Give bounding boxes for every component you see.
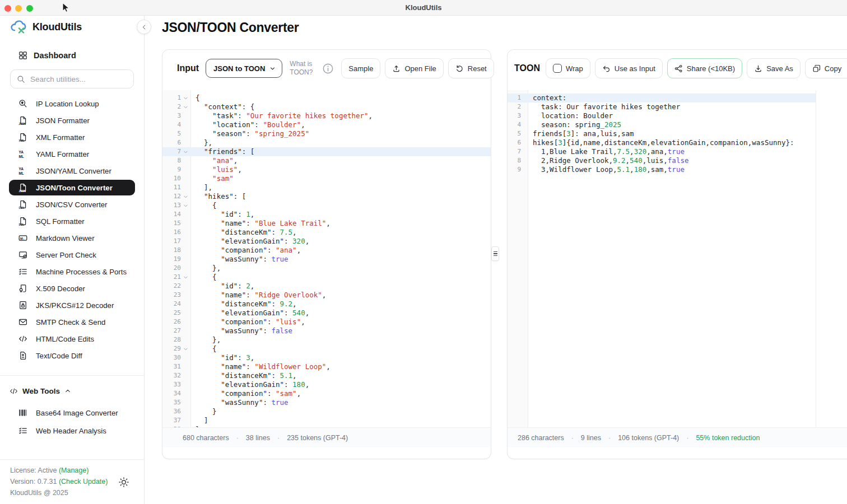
web-tools-toggle[interactable]: Web Tools — [9, 383, 135, 399]
editor-line: 25 "elevationGain": 540, — [162, 309, 491, 318]
sidebar-item-html-code-edits[interactable]: HTML/Code Edits — [9, 331, 135, 347]
editor-line: 28 }, — [162, 335, 491, 344]
editor-line: 18 "companion": "ana", — [162, 246, 491, 255]
search-icon — [17, 75, 25, 83]
code-text: } — [190, 407, 217, 416]
sidebar-item-markdown-viewer[interactable]: M↓Markdown Viewer — [9, 230, 135, 246]
editor-line: 13 { — [162, 201, 491, 210]
code-text: "distanceKm": 9.2, — [190, 300, 297, 309]
line-number: 7 — [162, 147, 181, 156]
save-as-button[interactable]: Save As — [747, 58, 801, 78]
wrap-toggle[interactable]: Wrap — [546, 58, 590, 78]
barcode-icon — [18, 408, 27, 417]
conversion-mode-select[interactable]: JSON to TOON — [206, 59, 282, 78]
license-line: License: Active (Manage) — [10, 465, 134, 476]
code-text: { — [190, 273, 217, 282]
editor-line: 31 "name": "Wildflower Loop", — [162, 362, 491, 371]
code-text: "location": "Boulder", — [190, 120, 305, 129]
sidebar-item-web-header-analysis[interactable]: Web Header Analysis — [9, 422, 135, 440]
ip-search-icon — [18, 99, 27, 108]
manage-link[interactable]: (Manage) — [59, 466, 89, 474]
sidebar-item-machine-processes-ports[interactable]: Machine Processes & Ports — [9, 264, 135, 279]
editor-line: 35 "wasSunny": true — [162, 398, 491, 407]
sample-button[interactable]: Sample — [341, 58, 380, 78]
code-text: "name": "Ridge Overlook", — [190, 291, 326, 300]
sidebar-divider — [0, 375, 144, 376]
open-file-button[interactable]: Open File — [385, 58, 443, 78]
share-button[interactable]: Share (<10KB) — [667, 58, 742, 78]
sidebar-item-dashboard[interactable]: Dashboard — [9, 48, 135, 63]
sidebar-item-x-509-decoder[interactable]: X.509 Decoder — [9, 281, 135, 296]
svg-text:ML: ML — [19, 171, 24, 175]
window-title: KloudUtils — [0, 0, 847, 16]
fold-chevron-icon[interactable] — [181, 275, 190, 280]
fold-chevron-icon[interactable] — [181, 194, 190, 199]
line-number: 23 — [162, 291, 181, 300]
svg-text:JSON: JSON — [19, 190, 26, 192]
code-text: friends[3]: ana,luis,sam — [528, 129, 634, 138]
sidebar-item-label: Web Header Analysis — [36, 427, 106, 435]
fold-chevron-icon[interactable] — [181, 105, 190, 110]
editor-line: 8 "ana", — [162, 156, 491, 165]
sidebar-item-smtp-check-send[interactable]: SMTP Check & Send — [9, 314, 135, 330]
theme-toggle-button[interactable] — [118, 477, 131, 489]
line-number: 15 — [162, 219, 181, 228]
line-number: 1 — [162, 94, 181, 102]
line-number: 34 — [162, 389, 181, 398]
editor-line: 32 "distanceKm": 5.1, — [162, 371, 491, 380]
line-number: 9 — [508, 165, 521, 174]
copy-button[interactable]: Copy — [805, 58, 847, 78]
editor-line: 37 ] — [162, 416, 491, 425]
fold-chevron-icon[interactable] — [181, 150, 190, 155]
sidebar-item-json-formatter[interactable]: JSONJSON Formatter — [9, 113, 135, 128]
search-input[interactable] — [30, 75, 129, 83]
sidebar-item-xml-formatter[interactable]: XMLXML Formatter — [9, 129, 135, 145]
line-number: 5 — [162, 129, 181, 138]
sidebar-item-ip-location-lookup[interactable]: IP Location Lookup — [9, 96, 135, 111]
editor-line: 33 "elevationGain": 180, — [162, 380, 491, 389]
separator-dot: · — [277, 434, 280, 442]
line-number: 10 — [162, 174, 181, 183]
use-as-input-label: Use as Input — [615, 64, 655, 73]
editor-line: 36 } — [162, 407, 491, 416]
use-as-input-button[interactable]: Use as Input — [595, 58, 663, 78]
wrap-checkbox[interactable] — [553, 64, 562, 73]
sidebar-item-yaml-formatter[interactable]: YAMLYAML Formatter — [9, 146, 135, 162]
line-number: 4 — [508, 120, 521, 129]
panel-resize-handle[interactable] — [491, 246, 499, 261]
sidebar-item-label: Server Port Check — [36, 251, 96, 259]
page-title: JSON/TOON Converter — [162, 20, 299, 35]
editor-line: 34 "companion": "sam", — [162, 389, 491, 398]
editor-line: 17 "elevationGain": 320, — [162, 237, 491, 246]
sidebar-item-jks-pkcs-12-decoder[interactable]: JKS/PKCS#12 Decoder — [9, 297, 135, 313]
yaml-icon: YAML — [18, 166, 27, 175]
sidebar-item-json-csv-converter[interactable]: CSVJSON/CSV Converter — [9, 197, 135, 212]
line-number: 29 — [162, 344, 181, 353]
sidebar-item-server-port-check[interactable]: Server Port Check — [9, 247, 135, 263]
undo-arrow-icon — [602, 64, 611, 73]
line-number: 16 — [162, 228, 181, 237]
json-input-editor[interactable]: 1{2 "context": {3 "task": "Our favorite … — [162, 90, 491, 427]
info-icon[interactable] — [322, 63, 334, 74]
sidebar-item-base64-image-converter[interactable]: Base64 Image Converter — [9, 404, 135, 422]
fold-chevron-icon[interactable] — [181, 203, 190, 208]
sidebar-item-json-yaml-converter[interactable]: YAMLJSON/YAML Converter — [9, 163, 135, 179]
sidebar-item-text-code-diff[interactable]: Text/Code Diff — [9, 348, 135, 363]
brand-name: KloudUtils — [32, 21, 82, 33]
check-update-link[interactable]: (Check Update) — [59, 478, 108, 486]
editor-line: 2 task: Our favorite hikes together — [508, 102, 816, 111]
toon-output-editor[interactable]: 1context:2 task: Our favorite hikes toge… — [508, 90, 816, 427]
output-line-count: 9 lines — [581, 434, 601, 442]
fold-chevron-icon[interactable] — [181, 347, 190, 352]
file-sql-icon: SQL — [18, 217, 27, 226]
sidebar-item-label: Base64 Image Converter — [36, 409, 118, 417]
line-number: 17 — [162, 237, 181, 246]
sidebar-item-json-toon-converter[interactable]: JSONJSON/Toon Converter — [9, 180, 135, 195]
code-text: "context": { — [190, 102, 254, 111]
sidebar-item-sql-formatter[interactable]: SQLSQL Formatter — [9, 213, 135, 229]
fold-chevron-icon[interactable] — [181, 96, 190, 101]
sidebar-collapse-button[interactable] — [137, 20, 151, 34]
line-number: 14 — [162, 210, 181, 219]
reset-button[interactable]: Reset — [448, 58, 494, 78]
what-is-toon-link[interactable]: What is TOON? — [290, 60, 322, 77]
